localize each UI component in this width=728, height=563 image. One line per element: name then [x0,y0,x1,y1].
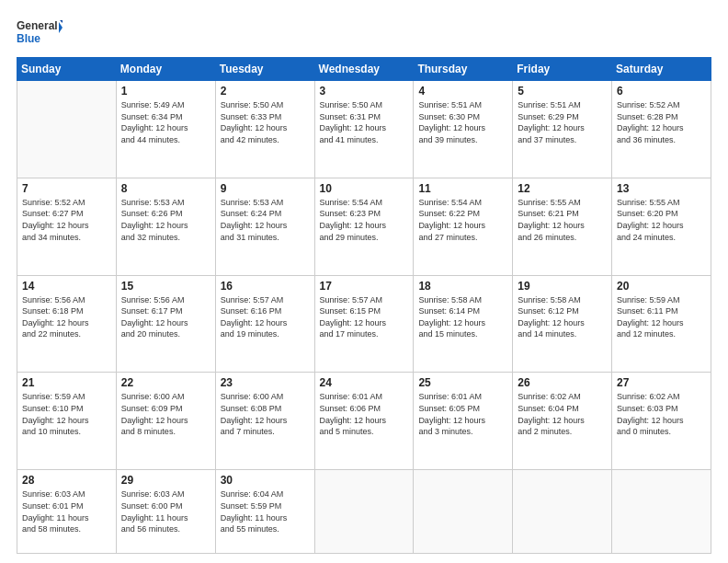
weekday-header-row: SundayMondayTuesdayWednesdayThursdayFrid… [17,58,711,81]
calendar-cell: 13Sunrise: 5:55 AM Sunset: 6:20 PM Dayli… [612,178,711,275]
week-row-2: 14Sunrise: 5:56 AM Sunset: 6:18 PM Dayli… [17,275,711,373]
calendar-cell: 17Sunrise: 5:57 AM Sunset: 6:15 PM Dayli… [314,275,414,373]
calendar-table: SundayMondayTuesdayWednesdayThursdayFrid… [17,57,711,554]
header: General Blue [17,17,711,50]
day-number: 25 [418,376,507,389]
day-info: Sunrise: 5:54 AM Sunset: 6:22 PM Dayligh… [418,197,507,243]
day-number: 23 [221,376,310,389]
calendar-cell: 30Sunrise: 6:04 AM Sunset: 5:59 PM Dayli… [215,470,314,554]
calendar-cell: 27Sunrise: 6:02 AM Sunset: 6:03 PM Dayli… [612,373,711,470]
day-info: Sunrise: 5:58 AM Sunset: 6:14 PM Dayligh… [418,294,507,340]
day-number: 30 [221,474,310,487]
calendar-cell: 8Sunrise: 5:53 AM Sunset: 6:26 PM Daylig… [116,178,215,275]
day-number: 16 [221,280,310,293]
day-number: 2 [221,85,310,98]
day-info: Sunrise: 5:59 AM Sunset: 6:11 PM Dayligh… [617,294,706,340]
calendar-cell: 3Sunrise: 5:50 AM Sunset: 6:31 PM Daylig… [314,81,414,178]
svg-text:General: General [17,19,58,32]
day-info: Sunrise: 5:53 AM Sunset: 6:24 PM Dayligh… [221,197,310,243]
calendar-cell: 20Sunrise: 5:59 AM Sunset: 6:11 PM Dayli… [612,275,711,373]
day-info: Sunrise: 5:56 AM Sunset: 6:18 PM Dayligh… [22,294,111,340]
calendar-cell: 4Sunrise: 5:51 AM Sunset: 6:30 PM Daylig… [414,81,513,178]
calendar-cell: 24Sunrise: 6:01 AM Sunset: 6:06 PM Dayli… [314,373,414,470]
calendar-cell [513,470,612,554]
day-info: Sunrise: 5:50 AM Sunset: 6:33 PM Dayligh… [221,99,310,145]
calendar-cell: 2Sunrise: 5:50 AM Sunset: 6:33 PM Daylig… [215,81,314,178]
calendar-cell: 12Sunrise: 5:55 AM Sunset: 6:21 PM Dayli… [513,178,612,275]
calendar-cell: 1Sunrise: 5:49 AM Sunset: 6:34 PM Daylig… [116,81,215,178]
weekday-header-friday: Friday [513,58,612,81]
day-number: 13 [617,182,706,195]
day-number: 20 [617,280,706,293]
day-info: Sunrise: 5:51 AM Sunset: 6:29 PM Dayligh… [518,99,607,145]
day-number: 19 [518,280,607,293]
day-number: 9 [221,182,310,195]
weekday-header-thursday: Thursday [414,58,513,81]
day-info: Sunrise: 5:53 AM Sunset: 6:26 PM Dayligh… [121,197,210,243]
day-number: 21 [22,376,111,389]
day-number: 17 [320,280,409,293]
calendar-cell: 19Sunrise: 5:58 AM Sunset: 6:12 PM Dayli… [513,275,612,373]
weekday-header-sunday: Sunday [17,58,117,81]
day-number: 26 [518,376,607,389]
weekday-header-saturday: Saturday [612,58,711,81]
svg-text:Blue: Blue [17,32,40,45]
svg-marker-3 [60,20,63,23]
day-info: Sunrise: 5:55 AM Sunset: 6:20 PM Dayligh… [617,197,706,243]
day-info: Sunrise: 6:03 AM Sunset: 6:00 PM Dayligh… [121,488,210,534]
day-info: Sunrise: 5:57 AM Sunset: 6:15 PM Dayligh… [320,294,409,340]
day-number: 11 [418,182,507,195]
calendar-cell: 26Sunrise: 6:02 AM Sunset: 6:04 PM Dayli… [513,373,612,470]
day-number: 8 [121,182,210,195]
calendar-cell: 29Sunrise: 6:03 AM Sunset: 6:00 PM Dayli… [116,470,215,554]
day-number: 3 [320,85,409,98]
calendar-cell: 16Sunrise: 5:57 AM Sunset: 6:16 PM Dayli… [215,275,314,373]
day-number: 4 [418,85,507,98]
day-info: Sunrise: 5:52 AM Sunset: 6:27 PM Dayligh… [22,197,111,243]
week-row-1: 7Sunrise: 5:52 AM Sunset: 6:27 PM Daylig… [17,178,711,275]
svg-marker-2 [59,22,63,33]
day-number: 27 [617,376,706,389]
day-info: Sunrise: 5:56 AM Sunset: 6:17 PM Dayligh… [121,294,210,340]
calendar-cell: 23Sunrise: 6:00 AM Sunset: 6:08 PM Dayli… [215,373,314,470]
calendar-cell: 7Sunrise: 5:52 AM Sunset: 6:27 PM Daylig… [17,178,117,275]
calendar-cell [314,470,414,554]
day-number: 5 [518,85,607,98]
week-row-0: 1Sunrise: 5:49 AM Sunset: 6:34 PM Daylig… [17,81,711,178]
calendar-cell: 28Sunrise: 6:03 AM Sunset: 6:01 PM Dayli… [17,470,117,554]
day-info: Sunrise: 5:50 AM Sunset: 6:31 PM Dayligh… [320,99,409,145]
day-number: 1 [121,85,210,98]
day-info: Sunrise: 6:02 AM Sunset: 6:04 PM Dayligh… [518,391,607,437]
day-number: 7 [22,182,111,195]
day-info: Sunrise: 6:00 AM Sunset: 6:08 PM Dayligh… [221,391,310,437]
week-row-3: 21Sunrise: 5:59 AM Sunset: 6:10 PM Dayli… [17,373,711,470]
calendar-cell: 14Sunrise: 5:56 AM Sunset: 6:18 PM Dayli… [17,275,117,373]
day-number: 12 [518,182,607,195]
day-info: Sunrise: 6:01 AM Sunset: 6:05 PM Dayligh… [418,391,507,437]
calendar-cell: 21Sunrise: 5:59 AM Sunset: 6:10 PM Dayli… [17,373,117,470]
week-row-4: 28Sunrise: 6:03 AM Sunset: 6:01 PM Dayli… [17,470,711,554]
day-number: 10 [320,182,409,195]
calendar-cell [612,470,711,554]
day-number: 24 [320,376,409,389]
day-info: Sunrise: 5:55 AM Sunset: 6:21 PM Dayligh… [518,197,607,243]
calendar-cell [414,470,513,554]
day-info: Sunrise: 5:49 AM Sunset: 6:34 PM Dayligh… [121,99,210,145]
calendar-cell: 11Sunrise: 5:54 AM Sunset: 6:22 PM Dayli… [414,178,513,275]
calendar-cell: 15Sunrise: 5:56 AM Sunset: 6:17 PM Dayli… [116,275,215,373]
calendar-cell: 22Sunrise: 6:00 AM Sunset: 6:09 PM Dayli… [116,373,215,470]
weekday-header-tuesday: Tuesday [215,58,314,81]
day-info: Sunrise: 6:04 AM Sunset: 5:59 PM Dayligh… [221,488,310,534]
page: General Blue SundayMondayTuesdayWednesda… [0,0,728,563]
calendar-cell [17,81,117,178]
weekday-header-monday: Monday [116,58,215,81]
calendar-cell: 10Sunrise: 5:54 AM Sunset: 6:23 PM Dayli… [314,178,414,275]
day-number: 29 [121,474,210,487]
day-number: 14 [22,280,111,293]
calendar-cell: 9Sunrise: 5:53 AM Sunset: 6:24 PM Daylig… [215,178,314,275]
day-number: 18 [418,280,507,293]
day-info: Sunrise: 5:57 AM Sunset: 6:16 PM Dayligh… [221,294,310,340]
day-info: Sunrise: 6:03 AM Sunset: 6:01 PM Dayligh… [22,488,111,534]
day-number: 22 [121,376,210,389]
calendar-cell: 5Sunrise: 5:51 AM Sunset: 6:29 PM Daylig… [513,81,612,178]
